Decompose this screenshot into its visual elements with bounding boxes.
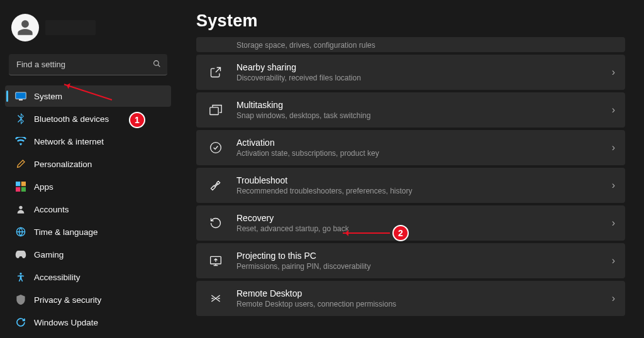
bluetooth-icon bbox=[15, 113, 26, 124]
card-remote-desktop[interactable]: Remote Desktop Remote Desktop users, con… bbox=[196, 281, 625, 316]
nav-item-accounts[interactable]: Accounts bbox=[5, 199, 171, 220]
shield-icon bbox=[15, 294, 26, 305]
svg-rect-6 bbox=[16, 187, 20, 192]
chevron-right-icon: › bbox=[612, 217, 615, 229]
svg-rect-2 bbox=[16, 92, 26, 99]
card-activation[interactable]: Activation Activation state, subscriptio… bbox=[196, 130, 625, 165]
nav-label: Accounts bbox=[34, 205, 69, 214]
nav-item-bluetooth[interactable]: Bluetooth & devices bbox=[5, 108, 171, 129]
search-input[interactable] bbox=[9, 54, 167, 75]
chevron-right-icon: › bbox=[612, 104, 615, 116]
globe-icon bbox=[15, 226, 26, 237]
nav-label: System bbox=[34, 92, 62, 101]
gamepad-icon bbox=[15, 249, 26, 260]
nav-item-accessibility[interactable]: Accessibility bbox=[5, 266, 171, 288]
svg-point-8 bbox=[19, 206, 22, 209]
card-title: Recovery bbox=[236, 213, 601, 223]
system-icon bbox=[15, 90, 26, 102]
profile-section[interactable] bbox=[5, 9, 171, 49]
card-nearby-sharing[interactable]: Nearby sharing Discoverability, received… bbox=[196, 55, 625, 90]
nav-label: Windows Update bbox=[34, 318, 98, 327]
card-sub: Storage space, drives, configuration rul… bbox=[236, 41, 375, 50]
card-title: Multitasking bbox=[236, 100, 601, 110]
profile-name-redacted bbox=[45, 20, 96, 35]
avatar bbox=[11, 14, 39, 41]
projecting-icon bbox=[206, 255, 225, 266]
nav-item-apps[interactable]: Apps bbox=[5, 176, 171, 197]
card-sub: Discoverability, received files location bbox=[236, 74, 601, 82]
svg-rect-4 bbox=[16, 182, 20, 186]
card-recovery[interactable]: Recovery Reset, advanced startup, go bac… bbox=[196, 205, 625, 241]
page-title: System bbox=[196, 11, 629, 31]
chevron-right-icon: › bbox=[612, 255, 615, 266]
annotation-badge-2: 2 bbox=[392, 225, 409, 241]
svg-line-1 bbox=[158, 65, 160, 67]
svg-rect-3 bbox=[19, 99, 23, 101]
card-title: Troubleshoot bbox=[236, 175, 601, 185]
recovery-icon bbox=[206, 217, 225, 229]
card-sub: Permissions, pairing PIN, discoverabilit… bbox=[236, 262, 601, 271]
card-sub: Reset, advanced startup, go back bbox=[236, 224, 601, 233]
svg-point-12 bbox=[211, 143, 221, 153]
wifi-icon bbox=[15, 136, 26, 147]
card-sub: Remote Desktop users, connection permiss… bbox=[236, 300, 601, 308]
card-title: Nearby sharing bbox=[236, 62, 601, 72]
check-circle-icon bbox=[206, 141, 225, 154]
nav-item-personalization[interactable]: Personalization bbox=[5, 153, 171, 175]
svg-point-10 bbox=[19, 273, 21, 275]
nav-label: Gaming bbox=[34, 250, 64, 259]
nav-item-system[interactable]: System bbox=[5, 85, 171, 107]
card-title: Remote Desktop bbox=[236, 288, 601, 298]
chevron-right-icon: › bbox=[612, 180, 615, 191]
sidebar: System Bluetooth & devices Network & int… bbox=[0, 0, 176, 338]
card-storage[interactable]: Storage space, drives, configuration rul… bbox=[196, 37, 625, 52]
svg-point-0 bbox=[154, 61, 159, 66]
main-content: System Storage space, drives, configurat… bbox=[176, 0, 644, 338]
nav-item-gaming[interactable]: Gaming bbox=[5, 244, 171, 265]
card-multitasking[interactable]: Multitasking Snap windows, desktops, tas… bbox=[196, 92, 625, 128]
card-sub: Recommended troubleshooters, preferences… bbox=[236, 187, 601, 195]
card-title: Activation bbox=[236, 138, 601, 148]
brush-icon bbox=[15, 158, 26, 170]
nav-label: Privacy & security bbox=[34, 295, 101, 305]
nav-label: Bluetooth & devices bbox=[34, 114, 109, 124]
nav-label: Time & language bbox=[34, 227, 98, 237]
remote-icon bbox=[206, 293, 225, 304]
card-sub: Snap windows, desktops, task switching bbox=[236, 111, 601, 120]
nav-label: Network & internet bbox=[34, 137, 104, 146]
card-troubleshoot[interactable]: Troubleshoot Recommended troubleshooters… bbox=[196, 168, 625, 203]
svg-rect-7 bbox=[21, 187, 26, 192]
svg-rect-5 bbox=[21, 182, 26, 186]
annotation-arrow-2 bbox=[343, 232, 390, 234]
share-icon bbox=[206, 66, 225, 79]
update-icon bbox=[15, 317, 26, 328]
chevron-right-icon: › bbox=[612, 142, 615, 153]
nav-label: Accessibility bbox=[34, 273, 80, 282]
card-sub: Activation state, subscriptions, product… bbox=[236, 149, 601, 158]
chevron-right-icon: › bbox=[612, 67, 615, 78]
chevron-right-icon: › bbox=[612, 293, 615, 304]
nav-item-update[interactable]: Windows Update bbox=[5, 312, 171, 333]
multitask-icon bbox=[206, 104, 225, 116]
nav-label: Personalization bbox=[34, 160, 92, 169]
nav-item-time[interactable]: Time & language bbox=[5, 221, 171, 243]
annotation-badge-1: 1 bbox=[129, 112, 145, 128]
nav-label: Apps bbox=[34, 182, 53, 192]
settings-list[interactable]: Storage space, drives, configuration rul… bbox=[196, 37, 629, 334]
search-box[interactable] bbox=[9, 54, 167, 75]
apps-icon bbox=[15, 181, 26, 192]
nav-item-network[interactable]: Network & internet bbox=[5, 131, 171, 152]
accessibility-icon bbox=[15, 271, 26, 283]
svg-rect-11 bbox=[210, 107, 218, 115]
nav-list: System Bluetooth & devices Network & int… bbox=[5, 85, 171, 333]
nav-item-privacy[interactable]: Privacy & security bbox=[5, 289, 171, 310]
card-title: Projecting to this PC bbox=[236, 251, 601, 261]
wrench-icon bbox=[206, 179, 225, 192]
accounts-icon bbox=[15, 204, 26, 215]
card-projecting[interactable]: Projecting to this PC Permissions, pairi… bbox=[196, 243, 625, 278]
search-icon bbox=[153, 60, 161, 70]
person-icon bbox=[16, 19, 34, 36]
